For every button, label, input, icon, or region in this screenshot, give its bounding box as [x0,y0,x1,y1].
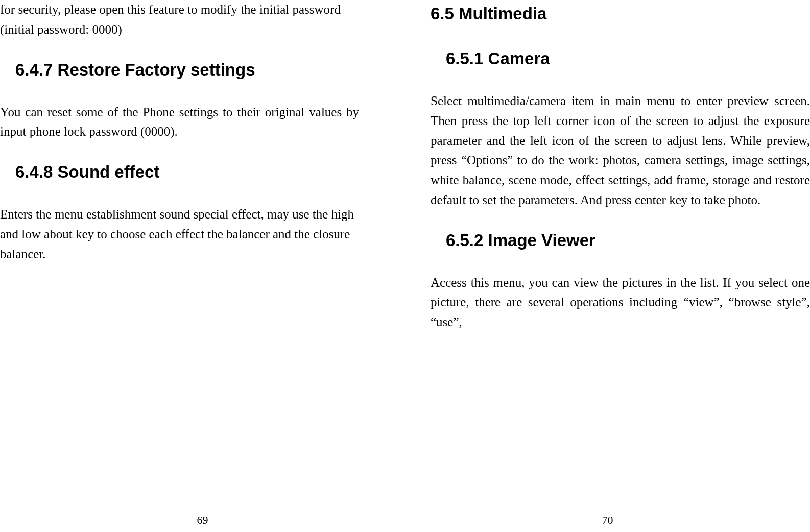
page-number-right: 70 [602,514,613,527]
heading-651: 6.5.1 Camera [431,49,810,68]
body-651: Select multimedia/camera item in main me… [431,91,810,210]
page-left: for security, please open this feature t… [0,0,405,532]
page-right: 6.5 Multimedia 6.5.1 Camera Select multi… [405,0,810,532]
body-652: Access this menu, you can view the pictu… [431,273,810,332]
body-648: Enters the menu establishment sound spec… [0,205,359,264]
heading-648: 6.4.8 Sound effect [0,162,359,182]
heading-652: 6.5.2 Image Viewer [431,231,810,250]
page-number-left: 69 [197,514,208,527]
intro-paragraph: for security, please open this feature t… [0,0,359,40]
heading-65: 6.5 Multimedia [431,4,810,23]
heading-647: 6.4.7 Restore Factory settings [0,60,359,80]
body-647: You can reset some of the Phone settings… [0,103,359,142]
